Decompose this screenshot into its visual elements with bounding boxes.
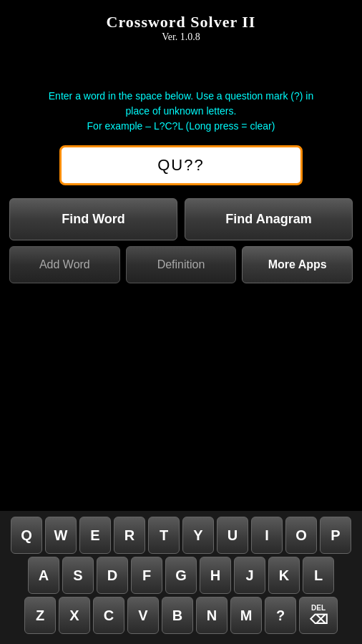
key-b[interactable]: B: [162, 597, 193, 634]
app-title: Crossword Solver II: [107, 13, 256, 31]
key-z[interactable]: Z: [24, 597, 56, 634]
add-word-button[interactable]: Add Word: [9, 246, 120, 283]
del-label: DEL: [311, 604, 326, 612]
key-d[interactable]: D: [97, 557, 128, 594]
key-t[interactable]: T: [148, 517, 180, 554]
key-n[interactable]: N: [196, 597, 228, 634]
keyboard-row3: Z X C V B N M ? DEL ⌫: [3, 597, 359, 634]
key-g[interactable]: G: [165, 557, 197, 594]
key-l[interactable]: L: [303, 557, 334, 594]
key-question[interactable]: ?: [265, 597, 296, 634]
input-container: [59, 145, 303, 185]
key-u[interactable]: U: [217, 517, 248, 554]
find-word-button[interactable]: Find Word: [9, 198, 177, 240]
key-m[interactable]: M: [230, 597, 262, 634]
key-a[interactable]: A: [28, 557, 59, 594]
definition-button[interactable]: Definition: [126, 246, 237, 283]
instruction-line1: Enter a word in the space below. Use a q…: [49, 89, 313, 134]
keyboard-row1: Q W E R T Y U I O P: [3, 517, 359, 554]
del-icon: ⌫: [310, 612, 328, 628]
header: Crossword Solver II Ver. 1.0.8: [107, 13, 256, 43]
word-input[interactable]: [59, 145, 303, 185]
buttons-row1: Find Word Find Anagram: [9, 198, 353, 240]
key-r[interactable]: R: [114, 517, 145, 554]
key-v[interactable]: V: [127, 597, 159, 634]
key-w[interactable]: W: [45, 517, 77, 554]
key-y[interactable]: Y: [182, 517, 214, 554]
find-anagram-button[interactable]: Find Anagram: [185, 198, 353, 240]
key-delete[interactable]: DEL ⌫: [299, 597, 338, 634]
key-s[interactable]: S: [62, 557, 94, 594]
key-e[interactable]: E: [79, 517, 111, 554]
buttons-row2: Add Word Definition More Apps: [9, 246, 353, 283]
key-p[interactable]: P: [320, 517, 351, 554]
key-x[interactable]: X: [59, 597, 90, 634]
keyboard-row2: A S D F G H J K L: [3, 557, 359, 594]
more-apps-button[interactable]: More Apps: [242, 246, 353, 283]
key-i[interactable]: I: [251, 517, 283, 554]
key-h[interactable]: H: [200, 557, 231, 594]
app-version: Ver. 1.0.8: [107, 31, 256, 43]
keyboard: Q W E R T Y U I O P A S D F G H J K L Z …: [0, 511, 362, 644]
key-f[interactable]: F: [131, 557, 162, 594]
instruction-area: Enter a word in the space below. Use a q…: [41, 89, 321, 134]
key-j[interactable]: J: [234, 557, 265, 594]
key-o[interactable]: O: [285, 517, 317, 554]
key-k[interactable]: K: [268, 557, 300, 594]
key-q[interactable]: Q: [11, 517, 42, 554]
app-container: Crossword Solver II Ver. 1.0.8 Enter a w…: [0, 0, 362, 644]
key-c[interactable]: C: [93, 597, 124, 634]
